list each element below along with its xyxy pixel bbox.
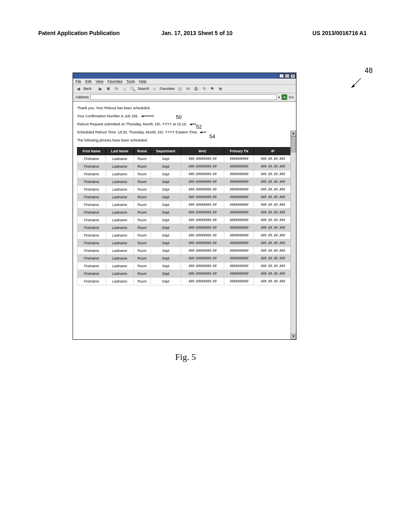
table-cell: Firstname [77, 209, 106, 216]
msg-following: The following phones have been scheduled… [77, 138, 292, 142]
table-cell: Lastname [106, 201, 133, 209]
menu-tools[interactable]: Tools [126, 79, 135, 83]
misc2-icon[interactable]: ❀ [217, 86, 223, 91]
table-cell: Lastname [106, 170, 133, 178]
table-cell: Firstname [77, 193, 106, 201]
table-cell: Firstname [77, 186, 106, 193]
maximize-button[interactable]: □ [285, 74, 290, 78]
table-cell: Firstname [77, 155, 106, 163]
menu-help[interactable]: Help [139, 79, 146, 83]
stop-icon[interactable]: ✖ [106, 86, 111, 91]
table-cell: Room [133, 193, 150, 201]
table-cell: Dept [150, 262, 181, 270]
address-input[interactable] [90, 94, 277, 100]
table-cell: ###.##.##.### [254, 201, 292, 209]
th-mac: MAC [181, 148, 224, 155]
search-label[interactable]: Search [138, 87, 150, 91]
table-cell: ###.##.##.### [254, 224, 292, 232]
arrow-to-52-icon: ◀━━ [190, 122, 196, 126]
arrow-48-icon [348, 77, 363, 91]
arrow-to-54-icon: ◀━━ [200, 130, 206, 134]
header-left: Patent Application Publication [38, 30, 120, 36]
back-icon[interactable]: ◀ [75, 86, 81, 91]
menu-edit[interactable]: Edit [86, 79, 92, 83]
table-cell: Room [133, 247, 150, 255]
table-cell: Firstname [77, 201, 106, 209]
table-row: FirstnameLastnameRoomDept###:########:##… [77, 270, 292, 278]
table-cell: ###.##.##.### [254, 255, 292, 262]
table-cell: Lastname [106, 155, 133, 163]
table-row: FirstnameLastnameRoomDept###:########:##… [77, 209, 292, 216]
address-label: Address [75, 95, 89, 99]
menu-favorites[interactable]: Favorites [107, 79, 122, 83]
table-cell: Firstname [77, 278, 106, 285]
table-cell: Lastname [106, 278, 133, 285]
menu-file[interactable]: File [75, 79, 81, 83]
edit-icon[interactable]: ✎ [201, 86, 207, 91]
search-icon[interactable]: 🔍 [130, 86, 136, 91]
favorites-label[interactable]: Favorites [160, 87, 175, 91]
table-cell: ########## [224, 262, 254, 270]
close-button[interactable]: X [290, 74, 295, 78]
table-cell: Lastname [106, 247, 133, 255]
table-cell: Firstname [77, 262, 106, 270]
table-cell: ###.##.##.### [254, 163, 292, 170]
table-row: FirstnameLastnameRoomDept###:########:##… [77, 239, 292, 247]
history-icon[interactable]: ◷ [177, 86, 183, 91]
table-row: FirstnameLastnameRoomDept###:########:##… [77, 278, 292, 285]
go-button[interactable]: ➔ [282, 94, 287, 100]
table-cell: ########## [224, 163, 254, 170]
table-cell: ###:########:## [181, 239, 224, 247]
forward-icon[interactable]: ▶ [98, 86, 103, 91]
scroll-thumb[interactable] [291, 136, 296, 152]
scroll-down-button[interactable]: ▼ [291, 334, 296, 339]
misc-icon[interactable]: ⚑ [209, 86, 215, 91]
th-department: Department [150, 148, 181, 155]
print-icon[interactable]: 🖶 [193, 86, 199, 91]
table-row: FirstnameLastnameRoomDept###:########:##… [77, 216, 292, 224]
table-cell: ###.##.##.### [254, 209, 292, 216]
menu-view[interactable]: View [96, 79, 103, 83]
minimize-button[interactable]: _ [279, 74, 284, 78]
table-cell: Room [133, 201, 150, 209]
back-label[interactable]: Back [83, 87, 92, 91]
table-row: FirstnameLastnameRoomDept###:########:##… [77, 201, 292, 209]
msg-confirmation: Your Confirmation Number is Job 169. ◀━━… [77, 114, 292, 118]
home-icon[interactable]: ⌂ [122, 86, 127, 91]
mail-icon[interactable]: ✉ [185, 86, 191, 91]
separator-icon: · [94, 87, 95, 91]
table-cell: ###:########:## [181, 216, 224, 224]
table-cell: ###:########:## [181, 224, 224, 232]
table-cell: ###.##.##.### [254, 155, 292, 163]
table-cell: Dept [150, 278, 181, 285]
table-cell: Room [133, 216, 150, 224]
table-cell: Firstname [77, 216, 106, 224]
msg-thankyou: Thank you. Your Reboot has been schedule… [77, 106, 292, 110]
toolbar: ◀ Back · ▶ ✖ ⟳ ⌂ 🔍 Search ☆ Favorites ◷ … [73, 85, 296, 93]
table-cell: ###.##.##.### [254, 193, 292, 201]
refresh-icon[interactable]: ⟳ [114, 86, 119, 91]
table-cell: Firstname [77, 232, 106, 239]
msg-scheduled: Scheduled Reboot Time: 18:30, Thursday, … [77, 130, 292, 134]
table-row: FirstnameLastnameRoomDept###:########:##… [77, 178, 292, 186]
menubar: File Edit View Favorites Tools Help [73, 79, 296, 85]
table-cell: ###.##.##.### [254, 262, 292, 270]
th-lastname: Last Name [106, 148, 133, 155]
table-header-row: First Name Last Name Room Department MAC… [77, 148, 292, 155]
scrollbar[interactable]: ▲ ▼ [290, 131, 296, 339]
table-cell: Lastname [106, 239, 133, 247]
table-cell: Firstname [77, 224, 106, 232]
table-cell: Room [133, 239, 150, 247]
table-cell: Lastname [106, 209, 133, 216]
table-cell: Room [133, 170, 150, 178]
table-cell: Room [133, 178, 150, 186]
table-cell: Lastname [106, 232, 133, 239]
table-cell: ########## [224, 247, 254, 255]
table-cell: Lastname [106, 216, 133, 224]
table-cell: ########## [224, 193, 254, 201]
table-cell: ###.##.##.### [254, 247, 292, 255]
favorites-star-icon[interactable]: ☆ [152, 86, 157, 91]
table-cell: Room [133, 163, 150, 170]
go-label: Go [289, 95, 294, 99]
scroll-up-button[interactable]: ▲ [291, 131, 296, 136]
